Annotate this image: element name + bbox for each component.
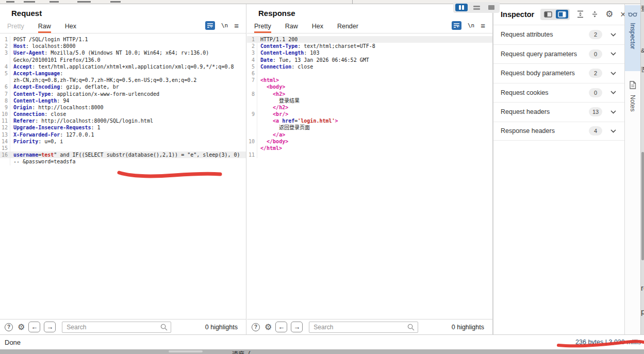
inspector-section-label: Request headers xyxy=(501,108,550,115)
editor-line: 14Priority: u=0, i xyxy=(0,138,246,145)
line-number: 2 xyxy=(0,43,10,49)
next-match-button[interactable]: → xyxy=(44,322,56,332)
request-tab-pretty[interactable]: Pretty xyxy=(7,23,24,33)
layout-columns-button[interactable] xyxy=(455,4,468,11)
inspector-count-badge: 0 xyxy=(589,88,602,97)
editor-line: Gecko/20100101 Firefox/136.0 xyxy=(0,57,246,63)
search-settings-gear-icon[interactable]: ⚙ xyxy=(265,323,272,331)
editor-line: 10Connection: close xyxy=(0,111,246,117)
request-panel-title: Request xyxy=(11,9,42,18)
response-editor[interactable]: 1HTTP/1.1 2002Content-Type: text/html;ch… xyxy=(247,33,492,319)
layout-single-button[interactable] xyxy=(485,4,498,11)
response-search-input[interactable] xyxy=(309,322,418,333)
request-editor[interactable]: 1POST /SQL/login HTTP/1.12Host: localhos… xyxy=(0,33,246,319)
editor-line: 1POST /SQL/login HTTP/1.1 xyxy=(0,36,246,43)
show-newlines-toggle[interactable]: \n xyxy=(468,22,474,29)
soft-wrap-toggle-icon[interactable] xyxy=(205,21,215,30)
inspector-dock-right-button[interactable] xyxy=(556,10,568,19)
line-number: 9 xyxy=(247,111,257,117)
help-icon[interactable]: ? xyxy=(5,323,13,331)
line-number: 7 xyxy=(0,91,10,97)
layout-toggle-group xyxy=(453,2,500,13)
inspector-dock-left-button[interactable] xyxy=(542,10,554,19)
next-match-button[interactable]: → xyxy=(291,322,303,332)
soft-wrap-toggle-icon[interactable] xyxy=(452,21,461,30)
line-number: 14 xyxy=(0,138,10,145)
help-icon[interactable]: ? xyxy=(252,323,260,331)
inspector-count-badge: 0 xyxy=(589,49,602,59)
editor-line: 2Content-Type: text/html;charset=UTF-8 xyxy=(247,43,492,49)
line-number: 9 xyxy=(0,104,10,111)
line-number: 10 xyxy=(0,111,10,117)
editor-line: </h2> xyxy=(247,104,492,111)
inspector-section-request-query-parameters[interactable]: Request query parameters0 xyxy=(493,44,624,64)
editor-line: 9 <br/> xyxy=(247,111,492,117)
search-icon xyxy=(160,324,168,333)
editor-line: </html> xyxy=(247,145,492,151)
inspector-section-response-headers[interactable]: Response headers4 xyxy=(493,122,624,141)
inspector-section-request-body-parameters[interactable]: Request body parameters2 xyxy=(493,63,624,83)
editor-line: 13X-Forwarded-For: 127.0.0.1 xyxy=(0,131,246,138)
expand-all-icon[interactable] xyxy=(576,10,584,18)
chevron-down-icon xyxy=(610,33,616,37)
editor-line: 3Content-Length: 103 xyxy=(247,49,492,56)
line-number xyxy=(247,104,257,111)
inspector-count-badge: 4 xyxy=(589,126,602,136)
collapse-all-icon[interactable] xyxy=(591,10,599,18)
editor-line: 7Content-Type: application/x-www-form-ur… xyxy=(0,91,246,97)
request-tab-raw[interactable]: Raw xyxy=(38,23,51,33)
line-number xyxy=(0,57,10,63)
line-number: 6 xyxy=(247,70,257,77)
inspector-section-request-headers[interactable]: Request headers13 xyxy=(493,102,624,122)
chevron-down-icon xyxy=(610,52,616,56)
side-tab-inspector[interactable]: Inspector xyxy=(625,5,640,71)
previous-match-button[interactable]: ← xyxy=(275,322,287,332)
response-tab-hex[interactable]: Hex xyxy=(312,23,323,33)
layout-rows-button[interactable] xyxy=(470,4,483,11)
inspector-section-request-attributes[interactable]: Request attributes2 xyxy=(493,25,624,44)
request-search-input[interactable] xyxy=(62,322,171,333)
show-newlines-toggle[interactable]: \n xyxy=(221,22,228,29)
editor-line: 9Origin: http://localhost:8000 xyxy=(0,104,246,111)
inspector-count-badge: 2 xyxy=(589,69,602,78)
line-number: 5 xyxy=(247,63,257,70)
line-number: 1 xyxy=(0,36,10,43)
line-number: 6 xyxy=(0,83,10,90)
line-number: 15 xyxy=(0,145,10,151)
side-tab-inspector-label: Inspector xyxy=(629,23,636,49)
response-tab-pretty[interactable]: Pretty xyxy=(254,23,271,33)
response-tab-render[interactable]: Render xyxy=(337,23,358,33)
line-number: 11 xyxy=(247,151,257,158)
side-tab-bar: Inspector Notes xyxy=(624,4,640,334)
line-number: 8 xyxy=(0,97,10,104)
line-number: 10 xyxy=(247,138,257,145)
line-number: 3 xyxy=(247,49,257,56)
request-tab-hex[interactable]: Hex xyxy=(65,23,76,33)
line-number: 4 xyxy=(0,63,10,70)
request-findbar: ? ⚙ ← → 0 highlights xyxy=(0,319,246,334)
editor-line: 12Upgrade-Insecure-Requests: 1 xyxy=(0,124,246,131)
previous-match-button[interactable]: ← xyxy=(28,322,40,332)
line-number xyxy=(247,97,257,104)
inspector-count-badge: 2 xyxy=(589,30,602,39)
background-fragment: p( xyxy=(641,307,644,316)
editor-line: 7<html> xyxy=(247,77,492,83)
response-panel-title: Response xyxy=(258,9,295,18)
inspector-settings-gear-icon[interactable]: ⚙ xyxy=(605,10,613,19)
side-tab-notes-label: Notes xyxy=(629,95,636,112)
inspector-section-label: Response headers xyxy=(501,127,555,134)
line-number: 1 xyxy=(247,36,257,43)
editor-menu-icon[interactable]: ≡ xyxy=(481,22,485,29)
editor-menu-icon[interactable]: ≡ xyxy=(234,22,239,29)
response-tab-raw[interactable]: Raw xyxy=(285,23,298,33)
editor-line: 8 <h2> xyxy=(247,91,492,97)
editor-line: <a href='login.html'> xyxy=(247,117,492,124)
chevron-down-icon xyxy=(610,72,616,75)
editor-line: 返回登录页面 xyxy=(247,124,492,131)
inspector-section-request-cookies[interactable]: Request cookies0 xyxy=(493,83,624,103)
status-bar: Done 236 bytes | 3,030 millis xyxy=(0,334,644,349)
background-window-edge xyxy=(0,0,644,4)
side-tab-notes[interactable]: Notes xyxy=(625,76,640,133)
line-number: 8 xyxy=(247,91,257,97)
search-settings-gear-icon[interactable]: ⚙ xyxy=(18,323,25,331)
